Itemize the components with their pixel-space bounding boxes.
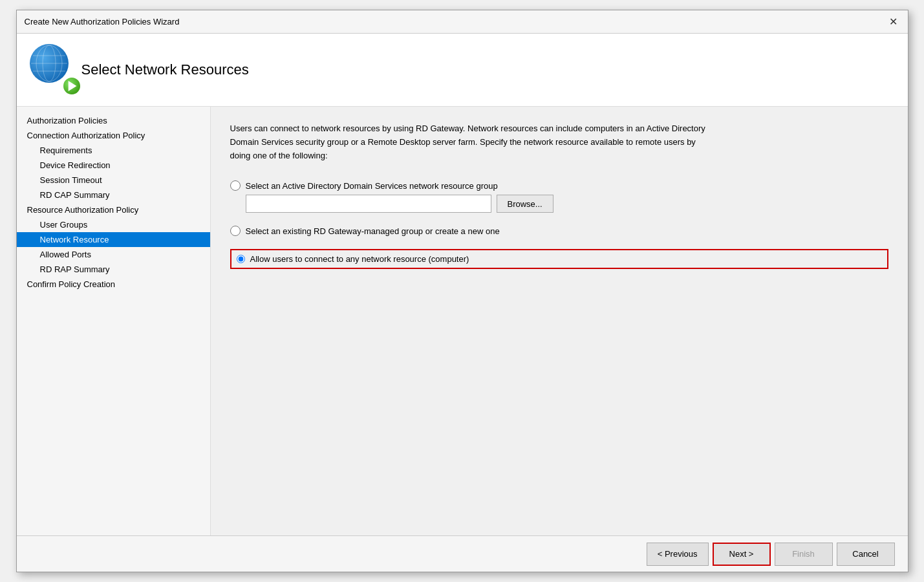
radio-allow-any[interactable] — [237, 255, 245, 263]
highlighted-option-box: Allow users to connect to any network re… — [230, 249, 888, 269]
content-area: Authorization PoliciesConnection Authori… — [17, 107, 908, 535]
sidebar: Authorization PoliciesConnection Authori… — [17, 107, 211, 535]
radio-option-allow-any: Allow users to connect to any network re… — [230, 249, 888, 269]
ad-group-text-input[interactable] — [246, 195, 491, 213]
main-content: Users can connect to network resources b… — [211, 107, 908, 535]
sidebar-item-allowed-ports[interactable]: Allowed Ports — [17, 247, 210, 262]
radio-option-rd-gateway: Select an existing RD Gateway-managed gr… — [230, 226, 888, 236]
title-bar: Create New Authorization Policies Wizard… — [17, 10, 908, 34]
radio-group: Select an Active Directory Domain Servic… — [230, 180, 888, 269]
wizard-footer: < Previous Next > Finish Cancel — [17, 535, 908, 572]
sidebar-item-session-timeout[interactable]: Session Timeout — [17, 173, 210, 188]
sidebar-item-device-redirection[interactable]: Device Redirection — [17, 158, 210, 173]
wizard-icon — [30, 44, 81, 96]
sidebar-item-authorization-policies[interactable]: Authorization Policies — [17, 113, 210, 128]
radio-label-allow-any[interactable]: Allow users to connect to any network re… — [250, 254, 469, 264]
radio-option-ad-group: Select an Active Directory Domain Servic… — [230, 180, 888, 213]
sidebar-item-user-groups[interactable]: User Groups — [17, 217, 210, 232]
browse-button-ad-group[interactable]: Browse... — [497, 195, 553, 213]
cancel-button[interactable]: Cancel — [837, 543, 895, 566]
sidebar-item-network-resource[interactable]: Network Resource — [17, 232, 210, 247]
next-button[interactable]: Next > — [713, 543, 771, 566]
sidebar-item-rd-rap-summary[interactable]: RD RAP Summary — [17, 262, 210, 277]
wizard-dialog: Create New Authorization Policies Wizard… — [16, 10, 908, 572]
previous-button[interactable]: < Previous — [647, 543, 709, 566]
ad-group-input-row: Browse... — [246, 195, 888, 213]
close-button[interactable]: ✕ — [887, 16, 900, 28]
radio-label-rd-gateway[interactable]: Select an existing RD Gateway-managed gr… — [246, 226, 500, 236]
sidebar-item-resource-authorization-policy[interactable]: Resource Authorization Policy — [17, 202, 210, 217]
dialog-title: Create New Authorization Policies Wizard — [25, 17, 180, 27]
sidebar-item-connection-authorization-policy[interactable]: Connection Authorization Policy — [17, 128, 210, 143]
globe-icon — [30, 44, 69, 83]
rd-badge-icon — [62, 76, 81, 96]
wizard-header: Select Network Resources — [17, 34, 908, 107]
sidebar-item-requirements[interactable]: Requirements — [17, 143, 210, 158]
radio-label-ad-group[interactable]: Select an Active Directory Domain Servic… — [246, 181, 498, 191]
radio-row-rd-gateway: Select an existing RD Gateway-managed gr… — [230, 226, 888, 236]
sidebar-item-rd-cap-summary[interactable]: RD CAP Summary — [17, 188, 210, 202]
radio-row-ad-group: Select an Active Directory Domain Servic… — [230, 180, 888, 191]
finish-button[interactable]: Finish — [775, 543, 833, 566]
radio-rd-gateway[interactable] — [230, 226, 241, 236]
description-text: Users can connect to network resources b… — [230, 122, 715, 162]
page-title: Select Network Resources — [81, 61, 249, 78]
sidebar-item-confirm-policy-creation[interactable]: Confirm Policy Creation — [17, 277, 210, 292]
radio-ad-group[interactable] — [230, 180, 241, 191]
